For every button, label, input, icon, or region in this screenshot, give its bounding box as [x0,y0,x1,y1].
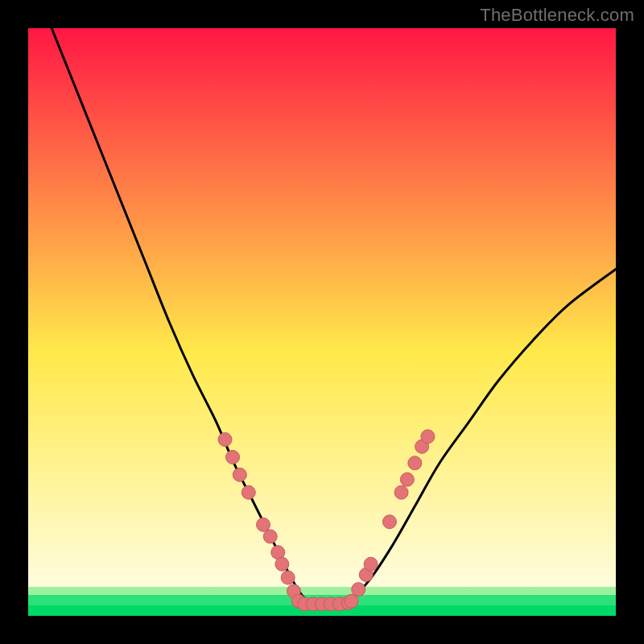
curve-marker [242,485,255,499]
curve-markers [28,28,616,616]
curve-marker [345,594,358,608]
curve-marker [226,450,240,464]
curve-marker [382,515,396,529]
curve-marker [394,485,408,499]
curve-marker [421,430,435,444]
curve-marker [218,433,232,447]
curve-marker [352,583,365,597]
plot-area [28,28,616,616]
curve-marker [408,456,422,470]
curve-marker [263,530,277,543]
curve-marker [233,468,246,481]
curve-marker [275,557,289,571]
curve-marker [400,473,414,486]
curve-marker [281,571,295,584]
chart-frame: TheBottleneck.com [0,0,644,644]
curve-marker [364,557,378,571]
watermark-label: TheBottleneck.com [480,5,634,26]
curve-marker [257,518,270,531]
